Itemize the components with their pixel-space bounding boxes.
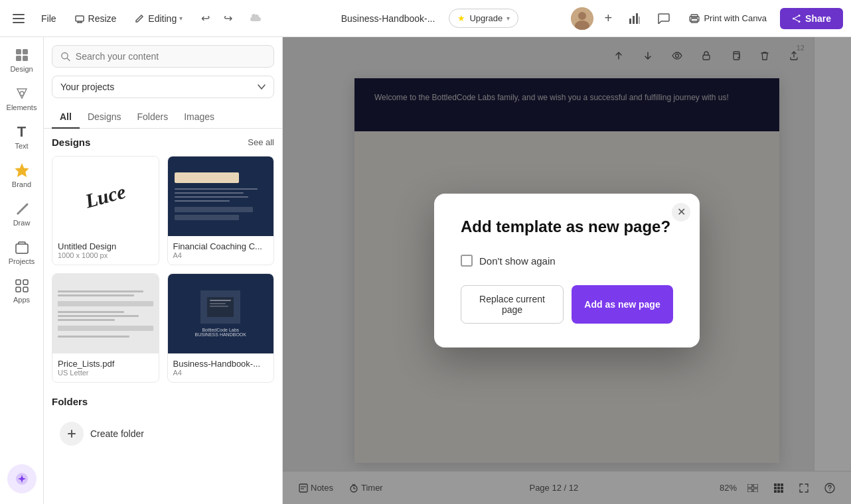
svg-point-29 [26,204,28,206]
tab-designs[interactable]: Designs [80,106,129,129]
toolbar-left: File Resize Editing ▾ ↩ ↪ [8,7,327,31]
sidebar-item-magic[interactable] [7,464,37,493]
svg-rect-41 [210,306,228,307]
sidebar-design-label: Design [10,65,33,73]
undo-button[interactable]: ↩ [194,8,216,29]
svg-rect-26 [23,56,28,61]
design-meta-pricelist: US Letter [58,369,153,377]
sidebar-item-text[interactable]: T Text [3,119,41,155]
untitled-thumb-text: Luce [83,180,128,213]
replace-current-page-button[interactable]: Replace current page [461,285,564,324]
svg-rect-12 [636,13,638,24]
design-card-handbook[interactable]: BottledCode LabsBUSINESS HANDBOOK Busine… [167,273,275,383]
svg-rect-11 [633,16,635,24]
modal-actions: Replace current page Add as new page [461,285,673,324]
add-page-icon: + [605,11,613,26]
svg-rect-15 [691,19,698,23]
svg-point-18 [799,15,801,17]
design-name-handbook: Business-Handbook-... [173,359,269,369]
project-select-label: Your projects [60,82,114,92]
design-info-untitled: Untitled Design 1000 x 1000 px [52,236,159,265]
sidebar-draw-label: Draw [13,219,31,227]
dont-show-again-label[interactable]: Don't show again [479,255,556,267]
see-all-button[interactable]: See all [248,137,274,147]
sidebar-text-label: Text [15,142,28,150]
design-info-pricelist: Price_Lists.pdf US Letter [52,353,159,382]
svg-point-27 [20,92,24,95]
chevron-down-icon [258,84,266,90]
design-card-pricelist[interactable]: Price_Lists.pdf US Letter [52,273,159,383]
undo-redo-group: ↩ ↪ [194,8,238,29]
modal-close-button[interactable]: ✕ [672,203,690,221]
sidebar-elements-label: Elements [7,103,37,111]
folders-section-header: Folders [52,396,274,407]
add-page-button[interactable]: + [599,9,617,28]
svg-rect-3 [76,16,84,21]
content-panel: Your projects All Designs Folders Images… [44,37,283,504]
resize-button[interactable]: Resize [68,9,123,28]
text-icon: T [17,125,26,139]
project-select-dropdown[interactable]: Your projects [52,76,274,98]
editing-label: Editing [148,13,177,24]
dont-show-again-checkbox[interactable] [461,255,473,267]
comments-button[interactable] [652,7,676,31]
sidebar-item-brand[interactable]: Brand [3,158,41,194]
svg-rect-25 [16,56,21,61]
design-name-untitled: Untitled Design [58,241,153,251]
design-card-financial[interactable]: Financial Coaching C... A4 [167,156,275,265]
svg-line-22 [795,19,799,21]
svg-line-21 [795,16,799,18]
design-name-pricelist: Price_Lists.pdf [58,359,153,369]
design-thumbnail-financial [168,157,274,236]
svg-rect-31 [16,280,21,284]
editing-chevron: ▾ [179,15,183,22]
design-card-untitled[interactable]: Luce Untitled Design 1000 x 1000 px [52,156,159,265]
document-title-button[interactable]: Business-Handbook-... [333,9,444,29]
file-menu-button[interactable]: File [35,9,63,28]
top-toolbar: File Resize Editing ▾ ↩ ↪ [0,0,851,37]
designs-section-title: Designs [52,137,90,148]
create-folder-button[interactable]: Create folder [52,415,274,452]
sidebar-item-draw[interactable]: Draw [3,196,41,232]
toolbar-center: Business-Handbook-... ★ Upgrade ▾ [333,9,519,29]
sidebar-item-design[interactable]: Design [3,42,41,78]
svg-rect-40 [210,303,226,304]
print-button[interactable]: Print with Canva [681,9,775,27]
design-info-handbook: Business-Handbook-... A4 [168,353,274,382]
modal-overlay: ✕ Add template as new page? Don't show a… [283,37,851,504]
main-layout: Design Elements T Text Brand Draw [0,37,851,504]
svg-rect-2 [13,22,25,23]
analytics-button[interactable] [623,7,647,31]
upgrade-label: Upgrade [469,13,503,23]
folders-section-title: Folders [52,396,88,407]
tab-images[interactable]: Images [176,106,222,129]
svg-rect-34 [23,287,28,292]
redo-button[interactable]: ↪ [217,8,238,29]
tab-folders[interactable]: Folders [129,106,176,129]
upgrade-star-icon: ★ [457,13,465,23]
sidebar-item-elements[interactable]: Elements [3,81,41,117]
tab-all[interactable]: All [52,106,80,129]
upgrade-button[interactable]: ★ Upgrade ▾ [449,9,518,28]
svg-rect-23 [16,49,21,54]
design-meta-handbook: A4 [173,369,269,377]
search-input[interactable] [76,51,266,62]
svg-rect-0 [13,14,25,15]
share-button[interactable]: Share [780,8,843,29]
save-to-cloud-button[interactable] [244,7,268,31]
menu-button[interactable] [8,8,29,29]
svg-point-8 [578,12,586,20]
search-box [52,45,274,68]
svg-rect-32 [23,280,28,284]
add-as-new-page-button[interactable]: Add as new page [572,285,673,324]
editing-button[interactable]: Editing ▾ [128,9,189,28]
sidebar-item-apps[interactable]: Apps [3,273,41,309]
designs-grid: Luce Untitled Design 1000 x 1000 px [52,156,274,383]
create-folder-icon [60,422,84,446]
panel-search-area [44,37,282,76]
sidebar-item-projects[interactable]: Projects [3,235,41,271]
document-title: Business-Handbook-... [341,13,435,24]
svg-rect-33 [16,287,21,292]
user-avatar[interactable] [571,7,593,30]
undo-icon: ↩ [201,12,210,25]
